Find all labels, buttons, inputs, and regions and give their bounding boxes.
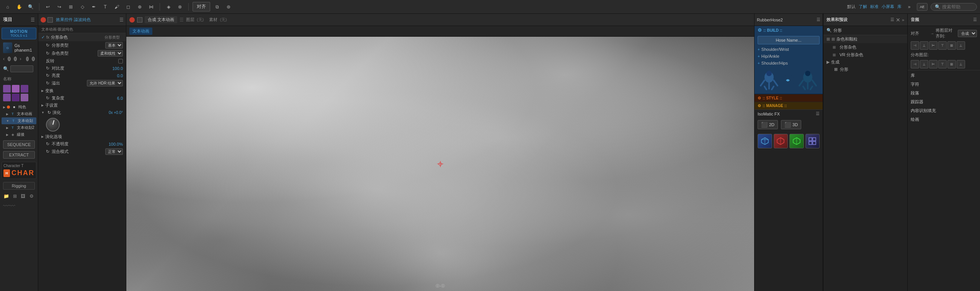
generate-section-header[interactable]: ▶ 生成 <box>823 59 907 66</box>
align-center-v-btn[interactable]: ⊞ <box>947 41 956 50</box>
clone-icon[interactable]: ⊕ <box>135 2 144 11</box>
view-3d-button[interactable]: ⬛ 3D <box>781 120 801 129</box>
preset-green-icon[interactable] <box>789 134 804 148</box>
canvas-tab-icon[interactable] <box>137 17 142 23</box>
overflow-select[interactable]: 允许 HDR 结果 <box>87 80 123 86</box>
app-icon[interactable]: AE <box>917 3 928 11</box>
eraser-icon[interactable]: ◻ <box>124 2 133 11</box>
dist-center-v-btn[interactable]: ⊞ <box>947 60 956 68</box>
invert-checkbox[interactable] <box>118 59 123 63</box>
hand-icon[interactable]: ✋ <box>15 2 24 11</box>
swatch-purple-6[interactable] <box>21 94 28 101</box>
fx-sub-settings-group[interactable]: ▶ 子设置 <box>38 102 126 109</box>
content-aware-section-item[interactable]: 内容识别填充 <box>908 106 980 115</box>
align-left-btn[interactable]: ⊣ <box>911 41 919 50</box>
shape-icon[interactable]: ◇ <box>78 2 87 11</box>
camera-icon[interactable]: ◈ <box>164 2 173 11</box>
align-center-h-btn[interactable]: ⊥ <box>920 41 928 50</box>
dist-bottom-btn[interactable]: ⊥ <box>957 60 965 68</box>
fx-evolution-options-group[interactable]: ▶ 演化选项 <box>38 133 126 140</box>
effect-fractal-noise[interactable]: ⊞ 分形杂色 <box>823 43 907 51</box>
redo-icon[interactable]: ↪ <box>55 2 64 11</box>
paint-section-item[interactable]: 绘画 <box>908 115 980 124</box>
body-part-hip-ankle[interactable]: + Hip/Ankle <box>755 53 823 60</box>
project-search-input[interactable] <box>10 65 33 72</box>
gasphanem1-item[interactable]: G Gs phanem1 <box>0 41 38 55</box>
character-section-item[interactable]: 字符 <box>908 80 980 89</box>
effects-close-button[interactable] <box>41 17 46 23</box>
effects-square-icon[interactable] <box>47 17 53 23</box>
noise-group-header[interactable]: ⊞ ⊞ 杂色和颗粒 <box>823 35 907 43</box>
layer-item-ease[interactable]: ▶ ◈ 緩後 <box>2 131 36 138</box>
anchor-icon[interactable]: ⊗ <box>175 2 185 11</box>
hose-name-button[interactable]: Hose Name... <box>758 36 820 44</box>
fx-transform-group[interactable]: ▶ 变换 <box>38 87 126 94</box>
effects-menu-icon[interactable]: ☰ <box>119 17 124 23</box>
align-button[interactable]: 对齐 <box>193 2 210 11</box>
isometric-fx-menu-icon[interactable]: ☰ <box>816 111 820 116</box>
param-icon[interactable]: ⊛ <box>224 2 233 11</box>
body-part-shoulder-hips[interactable]: + Shoulder/Hips <box>755 60 823 67</box>
rubber-hose-menu-icon[interactable]: ☰ <box>817 17 820 22</box>
far-right-menu-icon[interactable]: ☰ <box>973 17 977 22</box>
layer-item-text1[interactable]: ▶ T 文本动画 <box>2 111 36 117</box>
standard-label[interactable]: 标准 <box>870 4 879 10</box>
library-section-item[interactable]: 库 <box>908 71 980 80</box>
preset-red-icon[interactable] <box>774 134 788 148</box>
fx-evolution-group[interactable]: ▼ ↻ 演化 0x +0.0° <box>38 109 126 116</box>
pen-icon[interactable]: ✒ <box>89 2 98 11</box>
small-screen-label[interactable]: 小屏幕 <box>882 4 894 10</box>
align-bottom-btn[interactable]: ⊥ <box>957 41 965 50</box>
canvas-close-button[interactable] <box>129 17 135 23</box>
puppet-icon[interactable]: ⋈ <box>147 2 156 11</box>
gear-icon[interactable]: ⚙ <box>28 193 35 200</box>
layer-item-text2[interactable]: ▼ T 文本动划 <box>2 117 36 124</box>
sequence-button[interactable]: SEQUENCE <box>3 140 35 149</box>
body-part-shoulder-wrist[interactable]: + Shoulder/Wrist <box>755 46 823 53</box>
effect-fractal[interactable]: ⊞ 分形 <box>823 66 907 73</box>
fx-check-icon[interactable]: ✓ <box>41 35 45 40</box>
effects-tab-label[interactable]: 效果控件 謚波純色 <box>56 17 91 23</box>
fractal-type-select[interactable]: 基本 湍流 <box>105 42 123 49</box>
search-input[interactable] <box>942 4 973 10</box>
dist-top-btn[interactable]: ⊤ <box>938 60 947 68</box>
dist-center-h-btn[interactable]: ⊥ <box>920 60 928 68</box>
folder-icon[interactable]: 📁 <box>3 193 10 200</box>
understand-label[interactable]: 了解 <box>859 4 867 10</box>
layers-icon[interactable]: ⊞ <box>11 193 18 200</box>
preset-pattern-icon[interactable] <box>805 134 820 148</box>
library-label[interactable]: 库 <box>897 4 902 10</box>
swatch-purple-5[interactable] <box>12 94 20 101</box>
align-target-select[interactable]: 合成 <box>958 30 977 37</box>
swatch-purple-4[interactable] <box>3 94 11 101</box>
zoom-icon[interactable]: 🔍 <box>26 2 35 11</box>
undo-icon[interactable]: ↩ <box>43 2 52 11</box>
evolution-dial[interactable] <box>46 118 60 132</box>
nav-left-icon[interactable]: ‹ <box>3 56 5 62</box>
swatch-purple-3[interactable] <box>21 85 28 93</box>
grid-icon[interactable]: ⊞ <box>66 2 75 11</box>
rigging-button[interactable]: Rigging <box>3 182 35 190</box>
right-effects-expand-btn[interactable]: » <box>902 18 904 22</box>
tracker-section-item[interactable]: 跟踪器 <box>908 98 980 106</box>
right-effects-close-btn[interactable]: ✕ <box>896 17 900 23</box>
nav-right-icon[interactable]: › <box>20 56 21 62</box>
layer-item-color[interactable]: ▶ ■ 纯色 <box>2 104 36 111</box>
extract-button[interactable]: EXTRACT <box>3 151 35 159</box>
brush-icon[interactable]: 🖌 <box>112 2 121 11</box>
text-icon[interactable]: T <box>101 2 110 11</box>
paragraph-section-item[interactable]: 段落 <box>908 89 980 98</box>
align-right-btn[interactable]: ⊢ <box>929 41 938 50</box>
swatch-purple-2[interactable] <box>12 85 20 93</box>
dist-left-btn[interactable]: ⊣ <box>911 60 919 68</box>
view-2d-button[interactable]: ⬛ 2D <box>758 120 778 129</box>
expand-icon[interactable]: » <box>905 2 914 11</box>
align-top-btn[interactable]: ⊤ <box>938 41 947 50</box>
preset-cube-icon[interactable] <box>758 134 772 148</box>
fx-reset-label[interactable]: 分形类型 <box>105 35 120 40</box>
home-icon[interactable]: ⌂ <box>3 2 12 11</box>
effect-vr-fractal-noise[interactable]: ⊞ VR 分形杂色 <box>823 51 907 59</box>
link-icon[interactable]: ⧉ <box>212 2 222 11</box>
dist-right-btn[interactable]: ⊢ <box>929 60 938 68</box>
canvas-tab-comp[interactable]: 合成 文本动画 <box>145 16 177 23</box>
